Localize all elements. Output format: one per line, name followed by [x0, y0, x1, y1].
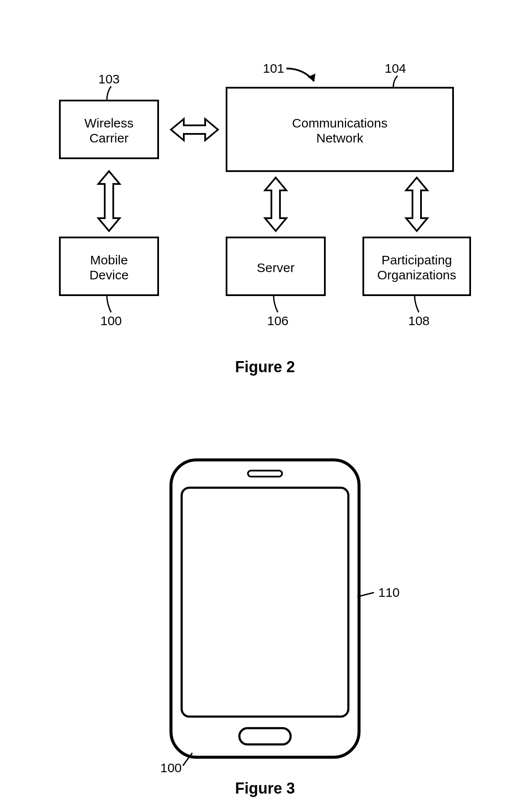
ref-101-arc	[286, 68, 314, 81]
arrow-network-participating	[406, 178, 427, 231]
node-comm-network: Communications Network 104	[227, 61, 453, 171]
ref-100-leader	[107, 295, 111, 312]
node-participating-orgs: Participating Organizations 108	[363, 237, 470, 328]
comm-network-label-1: Communications	[292, 116, 387, 130]
system-ref-101: 101	[263, 61, 315, 81]
ref-110-text: 110	[378, 585, 400, 599]
ref-101-text: 101	[263, 61, 284, 75]
double-arrow-icon	[98, 171, 120, 231]
ref-106-text: 106	[267, 314, 289, 328]
node-wireless-carrier: Wireless Carrier 103	[60, 72, 158, 158]
ref-103-leader	[107, 86, 111, 101]
node-mobile-device: Mobile Device 100	[60, 237, 158, 328]
ref-104-leader	[393, 76, 398, 88]
double-arrow-icon	[406, 178, 427, 231]
ref-108-text: 108	[408, 314, 430, 328]
mobile-device-label-1: Mobile	[90, 253, 128, 267]
ref-101-arrowhead	[308, 74, 315, 81]
comm-network-label-2: Network	[316, 131, 364, 145]
wireless-carrier-label-1: Wireless	[84, 116, 133, 130]
page: 101 Wireless Carrier 103 Communications …	[0, 0, 530, 812]
ref-106-leader	[274, 295, 278, 312]
figure-2-caption: Figure 2	[235, 358, 295, 376]
arrow-network-server	[265, 178, 286, 231]
ref-103-text: 103	[98, 72, 120, 86]
ref-104-text: 104	[385, 61, 406, 75]
arrow-carrier-mobile	[98, 171, 120, 231]
wireless-carrier-label-2: Carrier	[89, 131, 129, 145]
ref-100-text: 100	[100, 314, 122, 328]
ref-110: 110	[357, 585, 400, 599]
phone-screen	[182, 488, 348, 717]
arrow-carrier-network	[171, 119, 218, 140]
figure-3-caption: Figure 3	[235, 779, 295, 797]
double-arrow-icon	[265, 178, 286, 231]
double-arrow-icon	[171, 119, 218, 140]
phone-speaker-icon	[248, 471, 282, 477]
participating-label-1: Participating	[381, 253, 452, 267]
phone-home-button-icon	[239, 728, 291, 744]
server-label: Server	[257, 261, 294, 275]
diagram-canvas: 101 Wireless Carrier 103 Communications …	[0, 0, 530, 812]
participating-label-2: Organizations	[377, 268, 456, 282]
figure-3: 110 100 Figure 3	[160, 460, 400, 797]
node-server: Server 106	[227, 237, 325, 328]
mobile-device-label-2: Device	[89, 268, 129, 282]
figure-2: 101 Wireless Carrier 103 Communications …	[60, 61, 470, 376]
ref-100-fig3-text: 100	[160, 761, 182, 775]
ref-108-leader	[415, 295, 419, 312]
